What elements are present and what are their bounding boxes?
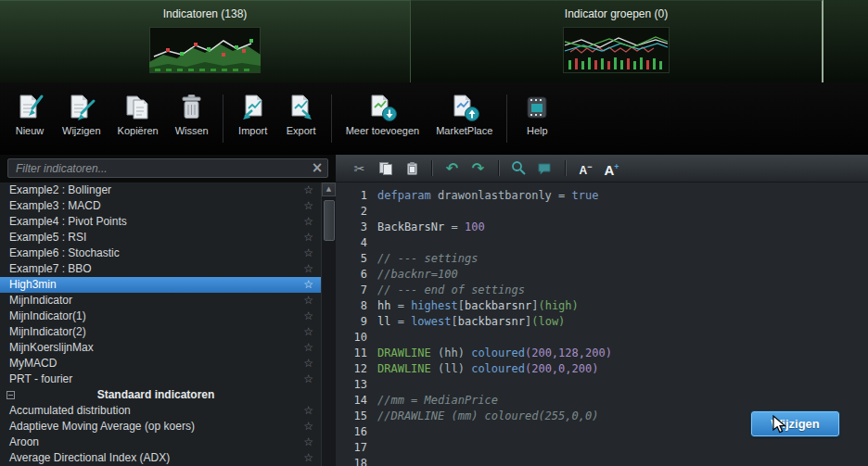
line-numbers: 123456789101112131415161718 — [336, 188, 367, 466]
indicator-list-item[interactable]: MijnIndicator(2)☆ — [0, 324, 336, 340]
copy-button[interactable] — [377, 160, 394, 177]
import-button[interactable]: Import — [229, 93, 277, 136]
code-line[interactable]: //mm = MedianPrice — [377, 393, 612, 409]
line-number: 17 — [336, 440, 367, 456]
indicator-list-item[interactable]: Example2 : Bollinger☆ — [0, 183, 336, 198]
indicator-list-item[interactable]: Example6 : Stochastic☆ — [0, 246, 336, 261]
indicator-list-item[interactable]: Example5 : RSI☆ — [0, 230, 336, 246]
scrollbar-thumb[interactable] — [324, 200, 335, 241]
toolbar-divider — [331, 94, 332, 143]
indicator-list-item[interactable]: Adaptieve Moving Average (op koers)☆ — [0, 419, 336, 435]
code-line[interactable]: defparam drawonlastbaronly = true — [377, 188, 612, 204]
favorite-star-icon[interactable]: ☆ — [303, 435, 313, 450]
line-number: 15 — [336, 409, 367, 424]
favorite-star-icon[interactable]: ☆ — [303, 183, 313, 198]
favorite-star-icon[interactable]: ☆ — [303, 403, 313, 419]
wijzigen-toolbar-button[interactable]: Wijzigen — [54, 93, 109, 136]
list-scrollbar[interactable]: ▲ — [321, 183, 336, 466]
code-line[interactable]: DRAWLINE (ll) coloured(200,0,200) — [377, 361, 612, 377]
wissen-button[interactable]: Wissen — [167, 93, 217, 136]
code-lines[interactable]: defparam drawonlastbaronly = true BackBa… — [377, 188, 612, 466]
code-line[interactable]: BackBarsNr = 100 — [377, 220, 612, 235]
code-line[interactable] — [377, 456, 612, 466]
meer-toevoegen-button[interactable]: Meer toevoegen — [338, 93, 428, 136]
cut-button[interactable]: ✂ — [351, 160, 368, 177]
code-line[interactable] — [377, 377, 612, 393]
indicator-section-header[interactable]: Standaard indicatoren — [0, 387, 336, 403]
code-line[interactable] — [377, 440, 612, 456]
indicator-list-item[interactable]: MijnIndicator(1)☆ — [0, 309, 336, 324]
comment-button[interactable] — [536, 160, 554, 177]
favorite-star-icon[interactable]: ☆ — [303, 261, 313, 277]
code-line[interactable]: // --- settings — [377, 251, 612, 267]
wijzigen-button[interactable]: Wijzigen — [751, 411, 839, 436]
edit-document-icon — [66, 93, 97, 122]
redo-button[interactable]: ↷ — [469, 160, 487, 177]
kopieren-button[interactable]: Kopiëren — [109, 93, 167, 136]
indicator-list-item[interactable]: MijnIndicator☆ — [0, 293, 336, 309]
tab-indicator-groepen[interactable]: Indicator groepen (0) — [411, 0, 823, 82]
indicator-name: Aroon — [9, 435, 39, 448]
marketplace-button[interactable]: MarketPlace — [428, 93, 501, 136]
clear-filter-icon[interactable]: × — [311, 160, 324, 175]
help-video-icon — [521, 93, 553, 122]
indicator-list-item[interactable]: Example4 : Pivot Points☆ — [0, 214, 336, 230]
indicator-name: Adaptieve Moving Average (op koers) — [9, 420, 195, 433]
collapse-section-icon[interactable] — [6, 391, 15, 399]
indicator-list-item[interactable]: MyMACD☆ — [0, 356, 336, 372]
search-button[interactable] — [510, 160, 528, 177]
favorite-star-icon[interactable]: ☆ — [303, 230, 313, 246]
line-number: 10 — [336, 330, 367, 346]
code-line[interactable] — [377, 330, 612, 346]
help-button[interactable]: Help — [513, 93, 561, 136]
indicator-list-item[interactable]: Example3 : MACD☆ — [0, 198, 336, 214]
font-decrease-button[interactable]: A− — [577, 160, 594, 177]
indicator-list-item[interactable]: Average Directional Index (ADX)☆ — [0, 450, 336, 466]
favorite-star-icon[interactable]: ☆ — [303, 372, 313, 387]
line-number: 2 — [336, 204, 367, 220]
code-line[interactable]: DRAWLINE (hh) coloured(200,128,200) — [377, 346, 612, 361]
code-line[interactable]: //backnr=100 — [377, 267, 612, 283]
code-line[interactable] — [377, 204, 612, 220]
favorite-star-icon[interactable]: ☆ — [303, 419, 313, 435]
scrollbar-up-arrow-icon[interactable]: ▲ — [322, 183, 336, 196]
tab-indicatoren-label: Indicatoren (138) — [0, 1, 410, 20]
filter-input[interactable] — [7, 158, 328, 178]
favorite-star-icon[interactable]: ☆ — [303, 214, 313, 230]
nieuw-button[interactable]: Nieuw — [6, 93, 54, 136]
indicator-list-item[interactable]: Aroon☆ — [0, 435, 336, 450]
favorite-star-icon[interactable]: ☆ — [303, 340, 313, 356]
code-line[interactable]: //DRAWLINE (mm) coloured(255,0,0) — [377, 409, 612, 424]
favorite-star-icon[interactable]: ☆ — [303, 309, 313, 324]
code-line[interactable]: // --- end of settings — [377, 283, 612, 298]
code-line[interactable] — [377, 235, 612, 251]
indicator-list-item[interactable]: MijnKoerslijnMax☆ — [0, 340, 336, 356]
indicator-name: Example5 : RSI — [9, 231, 86, 244]
undo-button[interactable]: ↶ — [443, 160, 461, 177]
tab-indicatoren[interactable]: Indicatoren (138) — [0, 0, 411, 82]
code-line[interactable] — [377, 424, 612, 440]
favorite-star-icon[interactable]: ☆ — [303, 324, 313, 340]
font-increase-button[interactable]: A+ — [603, 160, 620, 177]
indicator-list: Example2 : Bollinger☆Example3 : MACD☆Exa… — [0, 183, 336, 466]
indicator-list-item[interactable]: High3min☆ — [0, 277, 336, 293]
marketplace-label: MarketPlace — [436, 125, 492, 136]
indicator-name: Example6 : Stochastic — [9, 246, 120, 259]
favorite-star-icon[interactable]: ☆ — [303, 246, 313, 261]
indicator-list-item[interactable]: Example7 : BBO☆ — [0, 261, 336, 277]
comment-bubble-icon — [537, 161, 553, 176]
code-line[interactable]: hh = highest[backbarsnr](high) — [377, 298, 612, 314]
favorite-star-icon[interactable]: ☆ — [303, 356, 313, 372]
code-line[interactable]: ll = lowest[backbarsnr](low) — [377, 314, 612, 330]
favorite-star-icon[interactable]: ☆ — [303, 277, 313, 293]
indicator-name: MijnIndicator — [9, 294, 72, 307]
tab-bar-spacer — [823, 0, 868, 82]
export-button[interactable]: Export — [277, 93, 326, 136]
favorite-star-icon[interactable]: ☆ — [303, 293, 313, 309]
indicator-list-item[interactable]: Accumulated distribution☆ — [0, 403, 336, 419]
nieuw-label: Nieuw — [16, 125, 45, 136]
favorite-star-icon[interactable]: ☆ — [303, 198, 313, 214]
paste-button[interactable] — [402, 160, 420, 177]
indicator-list-item[interactable]: PRT - fourier☆ — [0, 372, 336, 387]
favorite-star-icon[interactable]: ☆ — [303, 450, 313, 466]
